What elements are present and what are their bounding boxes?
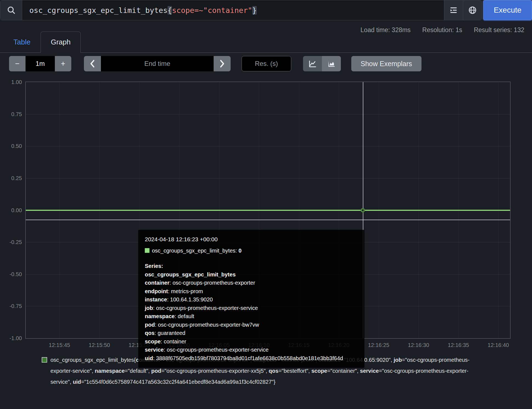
tooltip-label-uid: uid: 3888f67505edb159bf7803794ba8d01cf1a… bbox=[145, 354, 358, 363]
query-shell: osc_cgroups_sgx_epc_limit_bytes{scope=~"… bbox=[0, 0, 482, 20]
query-token-op: =~ bbox=[194, 6, 203, 15]
y-tick-label: 0.75 bbox=[11, 111, 22, 117]
query-token-metric: osc_cgroups_sgx_epc_limit_bytes bbox=[29, 6, 168, 15]
x-tick-label: 12:16:40 bbox=[488, 342, 509, 348]
y-tick-label: -0.75 bbox=[9, 303, 22, 309]
format-expression-icon bbox=[449, 6, 458, 14]
series-color-swatch bbox=[145, 248, 149, 253]
line-chart-toggle[interactable] bbox=[303, 56, 322, 71]
y-gridline bbox=[26, 114, 510, 114]
resolution-input[interactable] bbox=[242, 56, 291, 71]
stacked-chart-toggle[interactable] bbox=[322, 56, 341, 71]
y-tick-label: 0.25 bbox=[11, 175, 22, 181]
tooltip-label-service: service: osc-cgroups-prometheus-exporter… bbox=[145, 346, 358, 354]
query-token-label: scope bbox=[172, 6, 194, 15]
y-gridline bbox=[26, 146, 510, 146]
chevron-right-icon bbox=[219, 60, 225, 68]
line-chart-icon bbox=[309, 60, 317, 68]
crosshair-horizontal bbox=[26, 220, 510, 220]
tooltip-label-namespace: namespace: default bbox=[145, 312, 358, 321]
y-tick-label: -1.00 bbox=[9, 335, 22, 341]
y-tick-label: 0.50 bbox=[11, 143, 22, 149]
query-expression-input[interactable]: osc_cgroups_sgx_epc_limit_bytes{scope=~"… bbox=[22, 0, 444, 20]
y-tick-label: -0.50 bbox=[9, 271, 22, 277]
range-input[interactable]: 1m bbox=[26, 56, 55, 71]
search-icon bbox=[7, 5, 16, 15]
tooltip-label-scope: scope: container bbox=[145, 337, 358, 346]
tooltip-label-container: container: osc-cgroups-prometheus-export… bbox=[145, 279, 358, 287]
tooltip-value-row: osc_cgroups_sgx_epc_limit_bytes: 0 bbox=[145, 246, 358, 255]
x-tick-label: 12:16:25 bbox=[368, 342, 389, 348]
tooltip-label-pod: pod: osc-cgroups-prometheus-exporter-bw7… bbox=[145, 321, 358, 329]
tooltip-timestamp: 2024-04-18 12:16:23 +00:00 bbox=[145, 235, 358, 244]
y-tick-label: -0.25 bbox=[9, 239, 22, 245]
tabs-band: Load time: 328ms Resolution: 1s Result s… bbox=[0, 20, 532, 53]
y-tick-label: 1.00 bbox=[11, 79, 22, 85]
x-tick-label: 12:15:45 bbox=[49, 342, 70, 348]
globe-icon bbox=[468, 6, 477, 15]
legend-color-swatch[interactable] bbox=[42, 357, 47, 363]
query-expression: osc_cgroups_sgx_epc_limit_bytes{scope=~"… bbox=[29, 6, 257, 15]
tab-table[interactable]: Table bbox=[3, 32, 41, 53]
query-token-string: "container" bbox=[203, 6, 252, 15]
tooltip-series-heading: Series: bbox=[145, 262, 358, 270]
series-line bbox=[26, 210, 510, 211]
chart-type-toggle bbox=[303, 56, 341, 71]
tooltip-metric-name: osc_cgroups_sgx_epc_limit_bytes: bbox=[152, 246, 237, 255]
x-tick-label: 12:16:30 bbox=[408, 342, 429, 348]
stacked-chart-icon bbox=[327, 60, 336, 68]
hover-tooltip: 2024-04-18 12:16:23 +00:00 osc_cgroups_s… bbox=[138, 230, 364, 368]
graph-controls: − 1m + bbox=[9, 56, 532, 71]
time-forward-button[interactable] bbox=[214, 56, 231, 71]
x-tick-label: 12:15:50 bbox=[89, 342, 110, 348]
decrease-range-button[interactable]: − bbox=[9, 56, 26, 71]
tooltip-label-endpoint: endpoint: metrics-prom bbox=[145, 287, 358, 296]
x-tick-label: 12:16:35 bbox=[448, 342, 469, 348]
tooltip-value: 0 bbox=[239, 246, 242, 255]
panel-tabs: Table Graph bbox=[0, 29, 532, 53]
tooltip-series-name: osc_cgroups_sgx_epc_limit_bytes bbox=[145, 270, 358, 279]
increase-range-button[interactable]: + bbox=[55, 56, 71, 71]
query-token-bracket: { bbox=[168, 6, 172, 15]
tooltip-label-list: container: osc-cgroups-prometheus-export… bbox=[145, 279, 358, 362]
show-exemplars-button[interactable]: Show Exemplars bbox=[351, 56, 421, 71]
tooltip-label-qos: qos: guaranteed bbox=[145, 329, 358, 337]
local-time-button[interactable] bbox=[463, 0, 482, 20]
y-tick-label: 0.00 bbox=[11, 207, 22, 213]
hover-point bbox=[361, 208, 365, 212]
format-expression-button[interactable] bbox=[444, 0, 463, 20]
query-token-bracket: } bbox=[252, 6, 257, 15]
graph-section: 1.000.750.500.250.00-0.25-0.50-0.75-1.00… bbox=[25, 82, 511, 339]
metrics-explorer-button[interactable] bbox=[0, 0, 22, 20]
end-time-group bbox=[84, 56, 231, 71]
tooltip-label-job: job: osc-cgroups-prometheus-exporter-ser… bbox=[145, 304, 358, 312]
chevron-left-icon bbox=[89, 60, 95, 68]
tooltip-label-instance: instance: 100.64.1.35:9020 bbox=[145, 295, 358, 304]
execute-button[interactable]: Execute bbox=[483, 0, 532, 20]
y-gridline bbox=[26, 178, 510, 178]
time-back-button[interactable] bbox=[84, 56, 101, 71]
tab-graph[interactable]: Graph bbox=[41, 32, 81, 53]
query-bar: osc_cgroups_sgx_epc_limit_bytes{scope=~"… bbox=[0, 0, 532, 20]
end-time-input[interactable] bbox=[101, 56, 214, 71]
range-input-group: − 1m + bbox=[9, 56, 71, 71]
